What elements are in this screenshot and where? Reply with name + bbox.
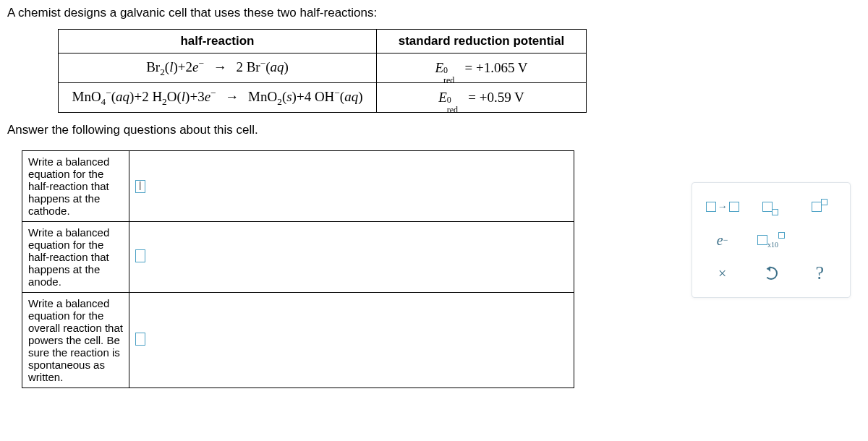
- tool-scientific[interactable]: x10: [754, 226, 788, 254]
- square-icon: [729, 202, 739, 212]
- square-icon: [706, 202, 716, 212]
- potential-2: E0red = +0.59 V: [377, 83, 587, 113]
- arrow-icon: →: [213, 59, 227, 75]
- reaction-2-rhs: MnO2(s)+4 OH−(aq): [248, 89, 362, 104]
- tool-subscript[interactable]: [754, 193, 788, 220]
- reset-icon: [765, 267, 778, 280]
- potential-1: E0red = +1.065 V: [377, 53, 587, 83]
- reaction-1-rhs: 2 Br−(aq): [236, 59, 288, 74]
- input-placeholder-icon[interactable]: [135, 249, 145, 262]
- half-reaction-table: half-reaction standard reduction potenti…: [58, 29, 587, 113]
- help-button[interactable]: ?: [803, 260, 836, 287]
- potential-symbol: E0red: [438, 90, 461, 105]
- intro-text: A chemist designs a galvanic cell that u…: [7, 6, 861, 20]
- square-icon: [812, 202, 822, 212]
- square-small-icon: [821, 199, 827, 205]
- header-potential: standard reduction potential: [377, 30, 587, 53]
- close-icon: ×: [718, 265, 726, 282]
- answer-anode[interactable]: [129, 222, 574, 293]
- tool-electron[interactable]: e−: [706, 226, 739, 254]
- answer-overall[interactable]: [129, 293, 574, 388]
- potential-2-value: +0.59 V: [480, 90, 524, 105]
- prompt-overall: Write a balanced equation for the overal…: [22, 293, 129, 388]
- reaction-1: Br2(l)+2e− → 2 Br−(aq): [59, 53, 377, 83]
- followup-text: Answer the following questions about thi…: [7, 123, 861, 137]
- clear-button[interactable]: ×: [706, 260, 739, 287]
- prompt-cathode: Write a balanced equation for the half-r…: [22, 151, 129, 222]
- help-icon: ?: [816, 262, 825, 284]
- equation-toolbar: → e− x10 × ?: [692, 182, 851, 298]
- tool-superscript[interactable]: [803, 193, 836, 220]
- potential-1-value: +1.065 V: [476, 60, 528, 75]
- square-icon: [762, 202, 773, 212]
- answer-cathode[interactable]: |: [129, 151, 574, 222]
- tool-empty: [803, 226, 836, 254]
- prompt-anode: Write a balanced equation for the half-r…: [22, 222, 129, 293]
- arrow-icon: →: [718, 201, 728, 213]
- arrow-icon: →: [225, 89, 239, 105]
- potential-symbol: E0red: [435, 60, 458, 75]
- square-icon: [757, 235, 767, 245]
- input-placeholder-icon[interactable]: [135, 333, 145, 346]
- header-reaction: half-reaction: [59, 30, 377, 53]
- electron-label: e: [717, 232, 723, 249]
- reset-button[interactable]: [754, 260, 788, 287]
- x10-label: x10: [767, 241, 778, 249]
- reaction-2-lhs: MnO4−(aq)+2 H2O(l)+3e−: [72, 89, 216, 104]
- square-small-icon: [778, 232, 785, 239]
- answer-table: Write a balanced equation for the half-r…: [22, 150, 574, 388]
- square-small-icon: [772, 209, 778, 215]
- input-placeholder-icon[interactable]: |: [135, 180, 145, 193]
- tool-yields[interactable]: →: [706, 193, 739, 220]
- reaction-1-lhs: Br2(l)+2e−: [146, 59, 204, 74]
- reaction-2: MnO4−(aq)+2 H2O(l)+3e− → MnO2(s)+4 OH−(a…: [59, 83, 377, 113]
